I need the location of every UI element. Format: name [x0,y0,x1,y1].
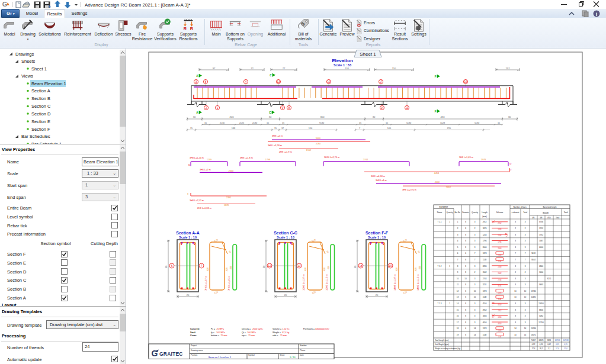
svg-text:R: R [184,26,187,31]
svg-text:6840: 6840 [539,265,543,268]
svg-text:2280: 2280 [498,266,502,268]
svg-text:9693: 9693 [539,284,543,286]
svg-text:8044: 8044 [531,259,536,261]
svg-text:Density =: Density = [242,328,251,330]
svg-text:8: 8 [205,80,207,83]
svg-text:13: 13 [457,296,459,298]
svg-text:5x30: 5x30 [474,122,479,124]
svg-text:Bars total length: Bars total length [543,206,556,208]
svg-text:9618: 9618 [531,252,536,255]
svg-text:10: 10 [457,278,459,280]
svg-text:2744: 2744 [363,159,368,161]
svg-text:GRAITEC: GRAITEC [159,351,183,357]
svg-text:Weight according to diameter (: Weight according to diameter (kg) [435,347,460,350]
svg-text:3231: 3231 [498,285,502,287]
svg-text:Scale 1 : 10: Scale 1 : 10 [368,236,386,239]
svg-text:Weight =: Weight = [272,331,281,334]
svg-text:3H8 L=3,28 m: 3H8 L=3,28 m [268,144,282,147]
svg-text:Ø6: Ø6 [533,217,535,219]
svg-text:1978: 1978 [481,159,486,161]
svg-text:0,35: 0,35 [564,343,567,346]
svg-text:2952: 2952 [446,186,451,189]
svg-text:420: 420 [414,267,417,271]
svg-text:10: 10 [524,290,527,292]
svg-text:152: 152 [506,67,511,70]
svg-text:4550: 4550 [483,302,487,305]
svg-text:2x30: 2x30 [252,122,257,124]
svg-text:3H8 L=1,24 m: 3H8 L=1,24 m [190,157,204,159]
svg-text:12: 12 [268,265,271,268]
svg-text:7H6 L=1,37 m: 7H6 L=1,37 m [204,275,207,291]
svg-text:105: 105 [387,127,391,130]
svg-text:Section C: Section C [31,104,51,109]
svg-text:5387: 5387 [539,240,543,242]
svg-text:14: 14 [514,334,517,336]
svg-text:i: i [596,11,598,17]
svg-text:15: 15 [190,127,193,130]
svg-text:3H8 L=4,58 m: 3H8 L=4,58 m [371,175,385,178]
svg-text:17,4: 17,4 [532,347,536,350]
svg-text:420: 420 [225,267,228,271]
svg-text:Bar Schedules: Bar Schedules [21,134,50,139]
svg-text:3x23: 3x23 [440,122,445,124]
svg-text:13: 13 [405,107,409,109]
svg-text:8231: 8231 [547,278,552,280]
svg-text:15: 15 [274,127,277,130]
svg-text:2952: 2952 [483,309,487,311]
svg-text:Bar No.: Bar No. [455,211,461,214]
svg-text:2500 kg/m³: 2500 kg/m³ [252,328,264,330]
svg-text:10H6 L=1,37 m: 10H6 L=1,37 m [302,274,305,291]
svg-text:Qt =: Qt = [242,331,246,334]
svg-text:17: 17 [457,321,459,324]
svg-text:7H6 L=1,15 m: 7H6 L=1,15 m [227,275,230,291]
svg-text:1374: 1374 [498,255,502,257]
svg-text:14H6 L=1,15 m: 14H6 L=1,15 m [416,274,419,291]
svg-text:6: 6 [171,265,173,268]
svg-text:8: 8 [288,107,290,109]
svg-text:2912: 2912 [483,221,487,223]
svg-text:147118: 147118 [563,339,569,342]
svg-text:11: 11 [457,284,458,286]
svg-text:Steel:: Steel: [190,331,196,334]
svg-text:1502: 1502 [498,272,502,275]
svg-text:9x30: 9x30 [319,122,324,124]
svg-text:3H6 L=2 m: 3H6 L=2 m [200,169,211,171]
svg-text:14H8 L=1,37 m: 14H8 L=1,37 m [393,274,396,291]
svg-text:50: 50 [165,265,168,268]
svg-text:14: 14 [524,334,527,336]
svg-text:Position: Position [191,354,198,356]
svg-text:10: 10 [474,296,476,298]
svg-text:1374: 1374 [498,330,502,332]
svg-text:1148: 1148 [498,298,502,301]
svg-text:2x30: 2x30 [220,122,225,124]
svg-text:Scheme: Scheme [496,211,504,214]
svg-text:Scale 1 : 10: Scale 1 : 10 [277,236,294,239]
svg-text:G: G [152,349,158,358]
svg-text:Sheet: Sheet [280,354,284,356]
svg-text:10H6 L=1,15 m: 10H6 L=1,15 m [325,274,328,291]
svg-text:0,35: 0,35 [556,343,559,346]
svg-text:15: 15 [498,122,500,124]
svg-text:110: 110 [392,67,396,70]
svg-text:14: 14 [474,327,476,330]
svg-text:3H8 L=3 m: 3H8 L=3 m [272,135,283,137]
svg-text:25 mm: 25 mm [248,334,255,337]
svg-text:2H8 L=1,88 m: 2H8 L=1,88 m [197,207,211,210]
svg-text:13650: 13650 [538,302,544,305]
svg-text:1,52 m³: 1,52 m³ [282,328,290,330]
svg-text:G: G [2,1,8,8]
svg-text:2912: 2912 [498,222,502,224]
svg-text:1878: 1878 [224,204,229,207]
svg-text:16072: 16072 [531,334,536,336]
svg-text:32: 32 [509,169,512,171]
svg-text:Total: Total [523,211,527,214]
svg-text:0,22: 0,22 [532,343,536,346]
svg-text:2000: 2000 [483,246,487,249]
svg-text:87,4 kg: 87,4 kg [282,331,289,334]
svg-text:3231: 3231 [483,284,487,286]
svg-text:Advance Design RC Beam 2021.1: Advance Design RC Beam 2021.1 : [Beam A-… [85,2,190,8]
svg-text:295: 295 [447,127,451,130]
svg-text:4: 4 [245,80,247,83]
svg-text:15: 15 [359,122,361,124]
svg-text:0,62: 0,62 [547,343,551,346]
